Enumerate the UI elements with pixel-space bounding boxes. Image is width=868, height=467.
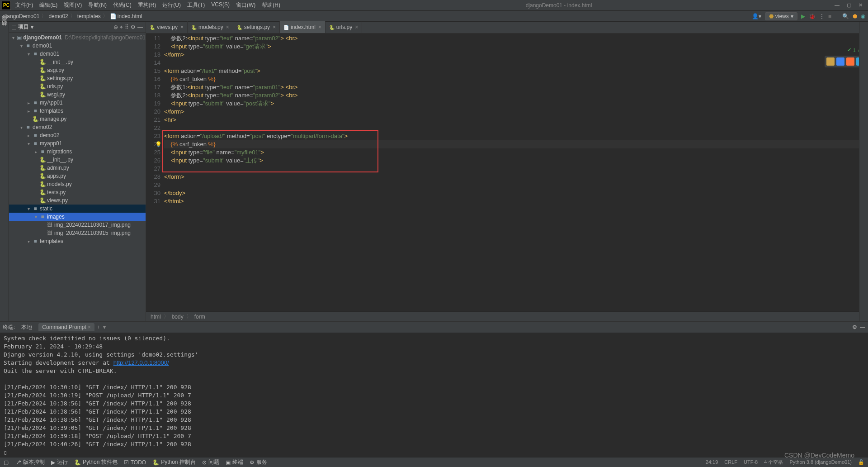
menu-item[interactable]: 工具(T) [184,0,208,10]
search-icon[interactable]: 🔍 [842,13,849,19]
tree-item[interactable]: ▾■images [9,213,146,221]
tree-item[interactable]: 🐍manage.py [9,115,146,123]
tree-item[interactable]: ▸■templates [9,107,146,115]
breadcrumb-item[interactable]: djangoDemo01 [3,13,39,19]
bulb-icon[interactable]: 💡 [155,140,162,148]
indent[interactable]: 4 个空格 [764,459,783,466]
terminal-output[interactable]: System check identified no issues (0 sil… [0,333,868,457]
tree-item[interactable]: ▸■migrations [9,148,146,156]
close-icon[interactable]: × [273,24,276,30]
breadcrumb-item[interactable]: templates [77,13,101,19]
menu-item[interactable]: 运行(U) [160,0,184,10]
code-crumb[interactable]: form [194,314,205,320]
tree-item[interactable]: 🐍asgi.py [9,66,146,74]
tree-item[interactable]: 🐍views.py [9,196,146,205]
tree-item[interactable]: 🖼img_20240221103915_img.png [9,229,146,237]
editor-tab[interactable]: 🐍models.py× [188,21,233,33]
tree-item[interactable]: 🐍admin.py [9,164,146,172]
chevron-down-icon[interactable]: ▾ [103,324,106,330]
code-editor[interactable]: 1112131415161718192021222324252627282930… [146,33,868,311]
bottombar-item[interactable]: ▶运行 [51,458,68,466]
run-config-selector[interactable]: ⬣ views ▾ [765,12,797,20]
editor-tab[interactable]: 🐍views.py× [146,21,188,33]
gear-icon[interactable]: ⚙ [852,324,857,330]
tree-item[interactable]: 🐍__init__.py [9,156,146,164]
terminal-tab-local[interactable]: 本地 [18,323,36,332]
bottombar-item[interactable]: ⊘问题 [202,458,219,466]
breadcrumb-item[interactable]: demo02 [48,13,68,19]
locate-icon[interactable]: ⌖ [120,24,123,30]
tree-item[interactable]: ▸■demo02 [9,131,146,139]
tree-item[interactable]: 🐍models.py [9,180,146,188]
settings-icon[interactable]: ⬢ [853,13,857,19]
menu-item[interactable]: 重构(R) [135,0,159,10]
project-tree[interactable]: ▾▣djangoDemo01D:\Desktop\digital\djangoD… [9,33,146,246]
chrome-icon[interactable] [836,57,844,66]
stop-icon[interactable]: ■ [828,13,831,19]
breadcrumb-item[interactable]: 📄index.html [110,13,142,19]
toolstrip-item[interactable]: 项目 [0,22,9,27]
code-lines[interactable]: 参数2:<input type="text" name="param02"> <… [164,33,868,311]
bottombar-item[interactable]: 🐍Python 软件包 [74,458,118,466]
tree-item[interactable]: 🐍wsgi.py [9,91,146,99]
toolstrip-item[interactable]: 结构 [0,27,9,33]
close-icon[interactable]: ✕ [859,2,863,8]
chevron-down-icon[interactable]: ▾ [31,24,33,30]
tree-item[interactable]: 🖼img_20240221103017_img.png [9,221,146,229]
bottombar-item[interactable]: 🐍Python 控制台 [152,458,196,466]
tree-item[interactable]: ▾■demo02 [9,123,146,131]
code-crumb[interactable]: body [172,314,184,320]
more-run-icon[interactable]: ⋮ [819,13,825,19]
lock-icon[interactable]: 🔓 [858,459,864,465]
close-icon[interactable]: × [180,24,184,30]
bottombar-item[interactable]: ⎇版本控制 [15,458,45,466]
terminal-tab-cmd[interactable]: Command Prompt × [38,323,94,331]
user-icon[interactable]: 👤▾ [752,13,761,19]
menu-item[interactable]: 窗口(W) [233,0,258,10]
menu-item[interactable]: 编辑(E) [37,0,60,10]
menu-item[interactable]: 帮助(H) [259,0,283,10]
editor-tab[interactable]: 📄index.html× [280,21,326,33]
avatar-icon[interactable]: ◉ [861,13,865,19]
editor-tab[interactable]: 🐍settings.py× [233,21,280,33]
toolwindow-icon[interactable]: ▢ [4,459,9,466]
tree-item[interactable]: ▸■myApp01 [9,99,146,107]
gear-icon[interactable]: ⚙ [131,24,136,30]
menu-item[interactable]: 导航(N) [85,0,109,10]
tree-root[interactable]: ▾▣djangoDemo01D:\Desktop\digital\djangoD… [9,33,146,42]
tree-item[interactable]: ▾■myapp01 [9,139,146,148]
editor-tab[interactable]: 🐍urls.py× [326,21,362,33]
bottombar-item[interactable]: ☑TODO [124,459,146,466]
new-tab-icon[interactable]: + [97,324,100,330]
tree-item[interactable]: 🐍tests.py [9,188,146,196]
tree-item[interactable]: 🐍urls.py [9,82,146,91]
tree-item[interactable]: ▾■static [9,205,146,213]
server-url-link[interactable]: http://127.0.0.1:8000/ [113,359,169,366]
close-icon[interactable]: × [355,24,358,30]
menu-item[interactable]: VCS(S) [208,0,232,10]
close-icon[interactable]: × [318,24,321,30]
cursor-position[interactable]: 24:19 [706,459,718,465]
bottombar-item[interactable]: ⚙服务 [250,458,267,466]
run-icon[interactable]: ▶ [801,13,805,19]
encoding[interactable]: UTF-8 [744,459,758,465]
pycharm-icon[interactable] [826,57,835,66]
maximize-icon[interactable]: ▢ [847,2,851,8]
menu-item[interactable]: 视图(V) [61,0,85,10]
bottombar-item[interactable]: ▣终端 [226,458,243,466]
tree-item[interactable]: 🐍__init__.py [9,58,146,66]
tree-item[interactable]: 🐍apps.py [9,172,146,180]
hide-icon[interactable]: — [137,24,143,30]
tree-item[interactable]: ▾■templates [9,237,146,245]
interpreter[interactable]: Python 3.8 (djangoDemo01) [789,459,852,465]
tree-item[interactable]: ▾■demo01 [9,50,146,58]
tree-item[interactable]: ▾■demo01 [9,42,146,50]
close-icon[interactable]: × [88,324,91,330]
collapse-icon[interactable]: ⊖ [113,24,118,30]
menu-item[interactable]: 代码(C) [110,0,134,10]
code-crumb[interactable]: html [151,314,161,320]
close-icon[interactable]: × [226,24,229,30]
minimize-icon[interactable]: — [835,2,840,8]
hide-icon[interactable]: — [860,324,865,330]
line-separator[interactable]: CRLF [724,459,737,465]
